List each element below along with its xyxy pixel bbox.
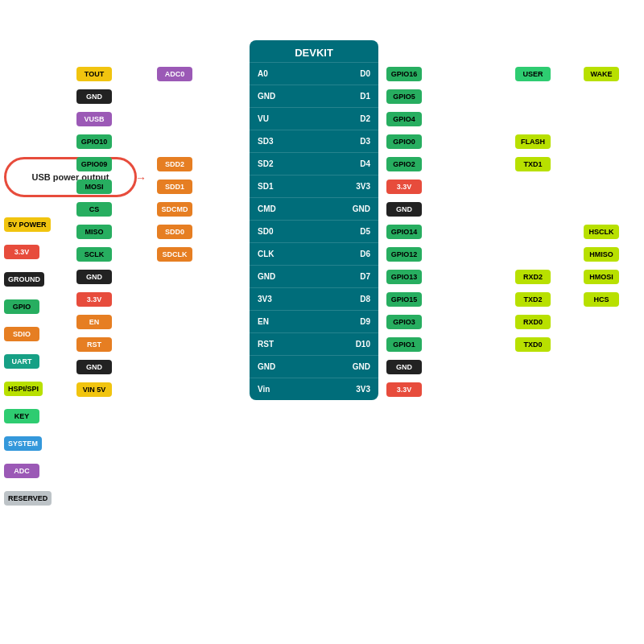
list-item: 5V POWER: [4, 213, 52, 236]
list-item: MISO: [76, 221, 112, 243]
list-item: CS: [76, 198, 112, 221]
list-item: 3.3V: [386, 175, 422, 198]
list-item: TXD2: [515, 288, 551, 311]
list-item: VUSB: [76, 108, 112, 130]
chip-row: SD13V3: [250, 175, 378, 197]
chip-row: SD3D3: [250, 130, 378, 152]
list-item: SDD1: [157, 175, 192, 198]
chip-row: SD2D4: [250, 152, 378, 175]
list-item: GPIO13: [386, 266, 422, 288]
list-item: MOSI: [76, 175, 112, 198]
far-far-right-pins: WAKEHSCLKHMISOHMOSIHCS: [584, 63, 619, 401]
list-item: 3.3V: [76, 288, 112, 311]
chip-row: CLKD6: [250, 242, 378, 265]
chip-title: DEVKIT: [250, 40, 378, 62]
list-item: GPIO: [4, 295, 52, 318]
list-item: RESERVED: [4, 487, 52, 510]
chip-row: Vin3V3: [250, 378, 378, 400]
list-item: GPIO16: [386, 63, 422, 85]
list-item: SDD0: [157, 221, 192, 243]
list-item: HCS: [584, 288, 619, 311]
right-pins-inner: GPIO16GPIO5GPIO4GPIO0GPIO23.3VGNDGPIO14G…: [386, 63, 422, 401]
list-item: UART: [4, 350, 52, 373]
list-item: 3.3V: [386, 378, 422, 401]
list-item: RXD2: [515, 266, 551, 288]
list-item: GPIO09: [76, 153, 112, 175]
list-item: TXD1: [515, 153, 551, 175]
chip-row: GNDGND: [250, 355, 378, 378]
list-item: GPIO14: [386, 221, 422, 243]
list-item: SDCMD: [157, 198, 192, 221]
usb-annotation: USB power output: [4, 157, 137, 197]
list-item: GPIO0: [386, 130, 422, 153]
list-item: GPIO10: [76, 130, 112, 153]
chip-row: RSTD10: [250, 332, 378, 355]
list-item: HMOSI: [584, 266, 619, 288]
chip-row: CMDGND: [250, 197, 378, 220]
list-item: SYSTEM: [4, 432, 52, 455]
list-item: 3.3V: [4, 241, 52, 263]
list-item: TOUT: [76, 63, 112, 85]
list-item: SDCLK: [157, 243, 192, 266]
list-item: GND: [386, 356, 422, 378]
list-item: GND: [76, 356, 112, 378]
chip-pins: A0D0GNDD1VUD2SD3D3SD2D4SD13V3CMDGNDSD0D5…: [250, 62, 378, 400]
list-item: GPIO15: [386, 288, 422, 311]
chip-row: VUD2: [250, 107, 378, 130]
chip: DEVKIT A0D0GNDD1VUD2SD3D3SD2D4SD13V3CMDG…: [250, 40, 378, 400]
list-item: GPIO2: [386, 153, 422, 175]
chip-row: GNDD1: [250, 85, 378, 107]
list-item: RXD0: [515, 311, 551, 333]
list-item: HMISO: [584, 243, 619, 266]
left-pins-inner: TOUTGNDVUSBGPIO10GPIO09MOSICSMISOSCLKGND…: [76, 63, 112, 401]
list-item: RST: [76, 333, 112, 356]
legend: 5V POWER3.3VGROUNDGPIOSDIOUARTHSPI/SPIKE…: [4, 213, 52, 511]
chip-row: GNDD7: [250, 265, 378, 287]
list-item: TXD0: [515, 333, 551, 356]
list-item: GND: [76, 266, 112, 288]
list-item: FLASH: [515, 130, 551, 153]
list-item: EN: [76, 311, 112, 333]
list-item: WAKE: [584, 63, 619, 85]
list-item: GPIO4: [386, 108, 422, 130]
list-item: GND: [76, 85, 112, 108]
chip-row: A0D0: [250, 62, 378, 85]
list-item: HSPI/SPI: [4, 378, 52, 400]
list-item: SDIO: [4, 323, 52, 345]
list-item: KEY: [4, 405, 52, 427]
chip-row: 3V3D8: [250, 287, 378, 310]
usb-arrow: →: [135, 171, 147, 184]
chip-row: END9: [250, 310, 378, 332]
list-item: ADC0: [157, 63, 192, 85]
list-item: GPIO5: [386, 85, 422, 108]
chip-row: SD0D5: [250, 220, 378, 242]
list-item: HSCLK: [584, 221, 619, 243]
list-item: GPIO3: [386, 311, 422, 333]
list-item: ADC: [4, 460, 52, 482]
list-item: SDD2: [157, 153, 192, 175]
list-item: VIN 5V: [76, 378, 112, 401]
second-left-pins: ADC0SDD2SDD1SDCMDSDD0SDCLK: [157, 63, 192, 401]
list-item: USER: [515, 63, 551, 85]
list-item: GROUND: [4, 268, 52, 291]
list-item: GPIO12: [386, 243, 422, 266]
list-item: SCLK: [76, 243, 112, 266]
list-item: GPIO1: [386, 333, 422, 356]
list-item: GND: [386, 198, 422, 221]
far-right-pins: USERFLASHTXD1RXD2TXD2RXD0TXD0: [515, 63, 551, 401]
